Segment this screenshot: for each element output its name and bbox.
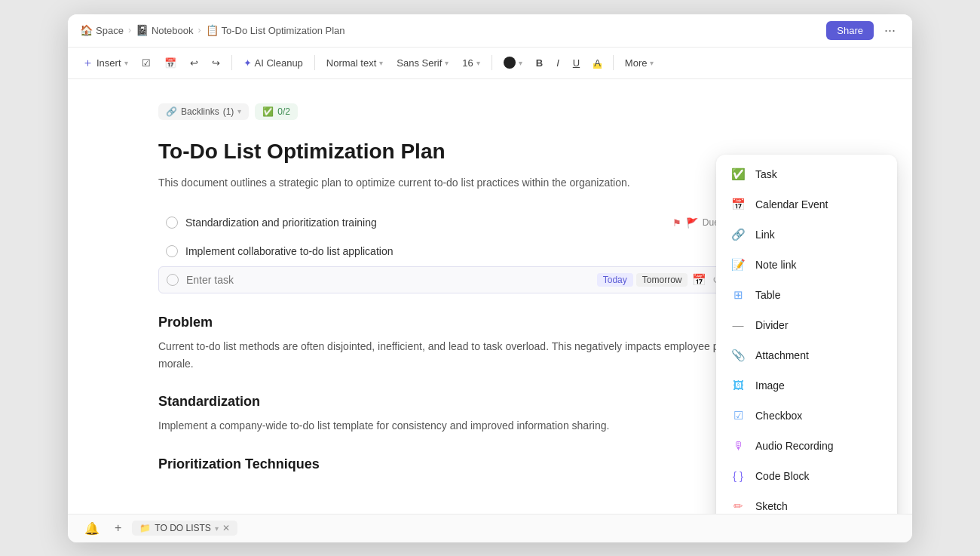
text-style-label: Normal text — [326, 57, 376, 69]
menu-icon-calendar-event: 📅 — [730, 196, 746, 213]
redo-button[interactable]: ↪ — [207, 54, 225, 72]
underline-button[interactable]: U — [568, 54, 585, 72]
backlinks-label: Backlinks — [181, 106, 219, 117]
font-size-label: 16 — [462, 57, 473, 69]
breadcrumb-notebook[interactable]: 📓 Notebook — [136, 24, 194, 36]
menu-item-sketch[interactable]: ✏Sketch — [721, 491, 893, 514]
menu-icon-code-block: { } — [730, 468, 746, 484]
menu-item-divider[interactable]: —Divider — [721, 310, 893, 340]
space-icon: 🏠 — [80, 24, 93, 36]
bold-label: B — [536, 57, 543, 69]
task-checkbox-2[interactable] — [166, 245, 178, 257]
title-bar: 🏠 Space › 📓 Notebook › 📋 To-Do List Opti… — [68, 14, 912, 48]
bottom-tag-label: TO DO LISTS — [155, 523, 210, 533]
task-input-field[interactable] — [186, 274, 590, 286]
bold-button[interactable]: B — [531, 54, 548, 72]
italic-button[interactable]: I — [551, 54, 565, 72]
backlinks-chevron-icon: ▾ — [237, 107, 241, 115]
menu-item-calendar-event[interactable]: 📅Calendar Event — [721, 189, 893, 220]
insert-button[interactable]: ＋ Insert ▾ — [77, 53, 133, 73]
task-text-1: Standardization and prioritization train… — [185, 217, 665, 229]
menu-item-checkbox[interactable]: ☑Checkbox — [721, 401, 893, 431]
task-checkbox-1[interactable] — [166, 217, 178, 229]
menu-label-checkbox: Checkbox — [755, 410, 802, 422]
menu-item-code-block[interactable]: { }Code Block — [721, 461, 893, 491]
calendar-icon: 📅 — [164, 57, 176, 69]
progress-label: 0/2 — [277, 106, 290, 117]
bottom-tag[interactable]: 📁 TO DO LISTS ▾ ✕ — [132, 521, 237, 536]
breadcrumb-notebook-label: Notebook — [152, 25, 194, 36]
doc-meta: 🔗 Backlinks (1) ▾ ✅ 0/2 — [158, 103, 822, 120]
task-flag-icon-red: 🚩 — [686, 217, 698, 229]
task-calendar-icon[interactable]: 📅 — [691, 272, 708, 288]
menu-item-attachment[interactable]: 📎Attachment — [721, 340, 893, 370]
color-dot-icon — [504, 57, 516, 69]
breadcrumb-sep-2: › — [198, 25, 201, 35]
menu-label-sketch: Sketch — [755, 500, 788, 512]
color-chevron-icon: ▾ — [519, 59, 522, 67]
menu-label-calendar-event: Calendar Event — [755, 198, 828, 210]
font-family-label: Sans Serif — [397, 57, 442, 69]
italic-label: I — [556, 57, 559, 69]
ai-cleanup-button[interactable]: ✦ AI Cleanup — [238, 54, 308, 72]
toolbar-divider-4 — [613, 55, 614, 70]
font-family-button[interactable]: Sans Serif ▾ — [391, 54, 454, 72]
ai-cleanup-label: AI Cleanup — [255, 57, 303, 69]
notebook-icon: 📓 — [136, 24, 149, 36]
menu-icon-sketch: ✏ — [730, 498, 746, 514]
font-family-chevron-icon: ▾ — [445, 59, 449, 67]
task-checkbox-new[interactable] — [167, 274, 179, 286]
color-button[interactable]: ▾ — [498, 54, 528, 72]
menu-icon-task: ✅ — [730, 166, 746, 183]
menu-item-audio-recording[interactable]: 🎙Audio Recording — [721, 431, 893, 461]
backlinks-icon: 🔗 — [166, 106, 177, 117]
text-style-button[interactable]: Normal text ▾ — [321, 54, 388, 72]
breadcrumb-doc[interactable]: 📋 To-Do List Optimization Plan — [206, 24, 345, 36]
calendar-button[interactable]: 📅 — [159, 54, 182, 72]
menu-icon-table: ⊞ — [730, 287, 746, 303]
bottom-bar: 🔔 + 📁 TO DO LISTS ▾ ✕ — [68, 514, 912, 542]
menu-label-link: Link — [755, 229, 775, 241]
menu-icon-attachment: 📎 — [730, 347, 746, 364]
menu-icon-link: 🔗 — [730, 226, 746, 243]
progress-badge[interactable]: ✅ 0/2 — [255, 103, 298, 120]
menu-label-image: Image — [755, 379, 785, 392]
menu-icon-image: 🖼 — [730, 377, 746, 394]
menu-item-task[interactable]: ✅Task — [721, 159, 893, 189]
underline-label: U — [573, 57, 580, 69]
bottom-tag-close-icon[interactable]: ✕ — [222, 523, 230, 533]
tomorrow-badge[interactable]: Tomorrow — [636, 273, 688, 287]
breadcrumb-area: 🏠 Space › 📓 Notebook › 📋 To-Do List Opti… — [80, 24, 820, 36]
menu-label-attachment: Attachment — [755, 349, 809, 361]
menu-label-table: Table — [755, 289, 780, 301]
font-size-button[interactable]: 16 ▾ — [457, 54, 485, 72]
doc-icon: 📋 — [206, 24, 219, 36]
more-toolbar-label: More — [625, 57, 648, 69]
more-toolbar-button[interactable]: More ▾ — [620, 54, 660, 72]
backlinks-badge[interactable]: 🔗 Backlinks (1) ▾ — [158, 103, 249, 120]
today-badge[interactable]: Today — [597, 273, 633, 287]
more-button[interactable]: ··· — [880, 21, 900, 40]
app-window: 🏠 Space › 📓 Notebook › 📋 To-Do List Opti… — [68, 14, 912, 542]
menu-icon-checkbox: ☑ — [730, 407, 746, 424]
notification-button[interactable]: 🔔 — [80, 519, 104, 538]
undo-icon: ↩ — [190, 57, 198, 69]
insert-label: Insert — [96, 57, 121, 69]
bottom-folder-icon: 📁 — [139, 523, 151, 533]
menu-label-divider: Divider — [755, 319, 789, 331]
share-button[interactable]: Share — [826, 21, 874, 40]
menu-item-link[interactable]: 🔗Link — [721, 220, 893, 250]
undo-button[interactable]: ↩ — [185, 54, 204, 72]
add-bottom-button[interactable]: + — [110, 519, 126, 537]
todo-button[interactable]: ☑ — [136, 54, 156, 72]
toolbar-divider-3 — [492, 55, 492, 70]
insert-plus-icon: ＋ — [82, 56, 93, 70]
bottom-tag-chevron-icon: ▾ — [215, 524, 219, 533]
main-area: 🔗 Backlinks (1) ▾ ✅ 0/2 To-Do List Optim… — [68, 79, 912, 514]
toolbar: ＋ Insert ▾ ☑ 📅 ↩ ↪ ✦ AI Cleanup Normal t… — [68, 48, 912, 79]
menu-item-image[interactable]: 🖼Image — [721, 370, 893, 401]
menu-item-table[interactable]: ⊞Table — [721, 280, 893, 310]
breadcrumb-space[interactable]: 🏠 Space — [80, 24, 124, 36]
highlight-button[interactable]: A — [588, 54, 607, 72]
menu-item-note-link[interactable]: 📝Note link — [721, 250, 893, 280]
